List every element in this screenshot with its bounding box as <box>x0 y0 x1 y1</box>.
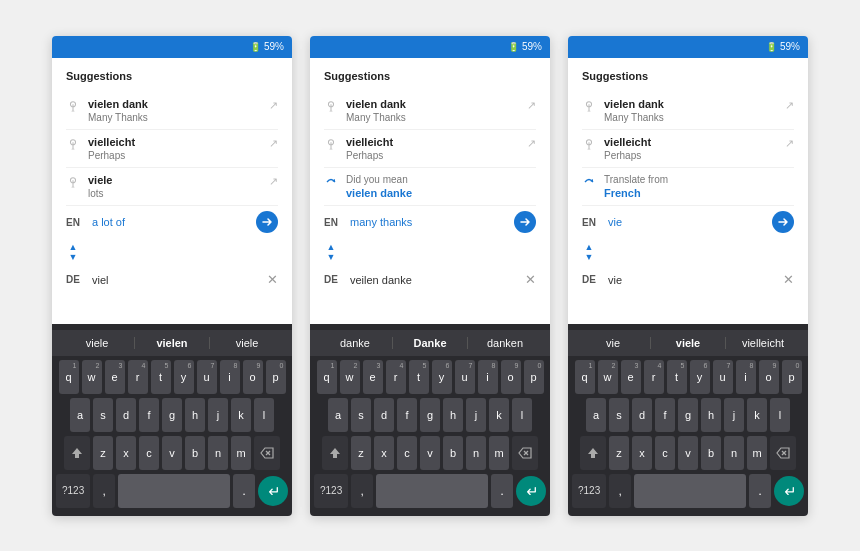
en-arrow-button[interactable] <box>256 211 278 233</box>
key-j[interactable]: j <box>724 398 744 432</box>
key-r[interactable]: r4 <box>386 360 406 394</box>
num-key[interactable]: ?123 <box>572 474 606 508</box>
keyboard-suggestion-0[interactable]: danke <box>318 335 392 351</box>
key-y[interactable]: y6 <box>174 360 194 394</box>
enter-key[interactable] <box>516 476 546 506</box>
key-p[interactable]: p0 <box>782 360 802 394</box>
key-f[interactable]: f <box>397 398 417 432</box>
key-r[interactable]: r4 <box>644 360 664 394</box>
key-x[interactable]: x <box>632 436 652 470</box>
key-s[interactable]: s <box>93 398 113 432</box>
shift-key[interactable] <box>322 436 348 470</box>
key-k[interactable]: k <box>231 398 251 432</box>
en-suggestion-row[interactable]: EN many thanks <box>324 206 536 238</box>
key-h[interactable]: h <box>443 398 463 432</box>
backspace-key[interactable] <box>770 436 796 470</box>
key-e[interactable]: e3 <box>621 360 641 394</box>
sort-arrows-icon[interactable]: ▲▼ <box>66 243 80 262</box>
suggestion-item[interactable]: vielleicht Perhaps ↗ <box>324 130 536 168</box>
key-x[interactable]: x <box>116 436 136 470</box>
key-i[interactable]: i8 <box>220 360 240 394</box>
key-x[interactable]: x <box>374 436 394 470</box>
key-u[interactable]: u7 <box>713 360 733 394</box>
suggestion-item[interactable]: vielleicht Perhaps ↗ <box>66 130 278 168</box>
key-l[interactable]: l <box>512 398 532 432</box>
key-v[interactable]: v <box>678 436 698 470</box>
key-w[interactable]: w2 <box>82 360 102 394</box>
dot-key[interactable]: . <box>749 474 771 508</box>
keyboard-suggestion-0[interactable]: viele <box>60 335 134 351</box>
enter-key[interactable] <box>258 476 288 506</box>
key-h[interactable]: h <box>185 398 205 432</box>
key-m[interactable]: m <box>747 436 767 470</box>
space-key[interactable] <box>634 474 746 508</box>
key-g[interactable]: g <box>162 398 182 432</box>
key-b[interactable]: b <box>185 436 205 470</box>
key-t[interactable]: t5 <box>667 360 687 394</box>
key-l[interactable]: l <box>254 398 274 432</box>
key-e[interactable]: e3 <box>363 360 383 394</box>
num-key[interactable]: ?123 <box>314 474 348 508</box>
key-u[interactable]: u7 <box>455 360 475 394</box>
key-d[interactable]: d <box>116 398 136 432</box>
en-arrow-button[interactable] <box>514 211 536 233</box>
key-g[interactable]: g <box>420 398 440 432</box>
keyboard-suggestion-0[interactable]: vie <box>576 335 650 351</box>
key-i[interactable]: i8 <box>478 360 498 394</box>
key-y[interactable]: y6 <box>690 360 710 394</box>
translate-from-item[interactable]: Translate from French <box>582 168 794 206</box>
key-z[interactable]: z <box>93 436 113 470</box>
de-suggestion-row[interactable]: DE veilen danke ✕ <box>324 267 536 292</box>
suggestion-item[interactable]: viele lots ↗ <box>66 168 278 206</box>
key-f[interactable]: f <box>655 398 675 432</box>
key-y[interactable]: y6 <box>432 360 452 394</box>
key-o[interactable]: o9 <box>759 360 779 394</box>
key-t[interactable]: t5 <box>409 360 429 394</box>
de-close-button[interactable]: ✕ <box>267 272 278 287</box>
key-q[interactable]: q1 <box>575 360 595 394</box>
key-o[interactable]: o9 <box>501 360 521 394</box>
key-a[interactable]: a <box>328 398 348 432</box>
key-q[interactable]: q1 <box>59 360 79 394</box>
suggestion-item[interactable]: vielen dank Many Thanks ↗ <box>324 92 536 130</box>
key-p[interactable]: p0 <box>266 360 286 394</box>
key-n[interactable]: n <box>724 436 744 470</box>
key-s[interactable]: s <box>351 398 371 432</box>
num-key[interactable]: ?123 <box>56 474 90 508</box>
key-j[interactable]: j <box>208 398 228 432</box>
key-z[interactable]: z <box>609 436 629 470</box>
key-u[interactable]: u7 <box>197 360 217 394</box>
key-e[interactable]: e3 <box>105 360 125 394</box>
suggestion-item[interactable]: vielleicht Perhaps ↗ <box>582 130 794 168</box>
key-f[interactable]: f <box>139 398 159 432</box>
backspace-key[interactable] <box>512 436 538 470</box>
key-k[interactable]: k <box>747 398 767 432</box>
key-d[interactable]: d <box>632 398 652 432</box>
key-g[interactable]: g <box>678 398 698 432</box>
dot-key[interactable]: . <box>491 474 513 508</box>
dot-key[interactable]: . <box>233 474 255 508</box>
key-s[interactable]: s <box>609 398 629 432</box>
en-suggestion-row[interactable]: EN vie <box>582 206 794 238</box>
key-m[interactable]: m <box>231 436 251 470</box>
shift-key[interactable] <box>580 436 606 470</box>
key-k[interactable]: k <box>489 398 509 432</box>
key-a[interactable]: a <box>70 398 90 432</box>
backspace-key[interactable] <box>254 436 280 470</box>
sort-arrows-icon[interactable]: ▲▼ <box>582 243 596 262</box>
did-you-mean-item[interactable]: Did you mean vielen danke <box>324 168 536 206</box>
suggestion-item[interactable]: vielen dank Many Thanks ↗ <box>66 92 278 130</box>
de-suggestion-row[interactable]: DE vie ✕ <box>582 267 794 292</box>
shift-key[interactable] <box>64 436 90 470</box>
key-c[interactable]: c <box>655 436 675 470</box>
space-key[interactable] <box>376 474 488 508</box>
key-n[interactable]: n <box>208 436 228 470</box>
key-w[interactable]: w2 <box>340 360 360 394</box>
key-q[interactable]: q1 <box>317 360 337 394</box>
key-j[interactable]: j <box>466 398 486 432</box>
comma-key[interactable]: , <box>609 474 631 508</box>
space-key[interactable] <box>118 474 230 508</box>
sort-arrows-icon[interactable]: ▲▼ <box>324 243 338 262</box>
key-a[interactable]: a <box>586 398 606 432</box>
keyboard-suggestion-2[interactable]: viele <box>210 335 284 351</box>
